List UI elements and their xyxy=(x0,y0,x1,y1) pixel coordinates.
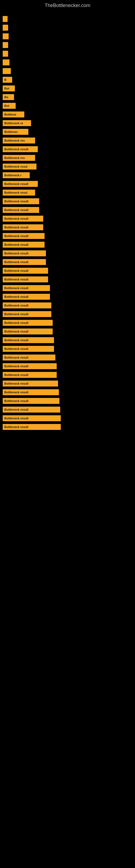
bar-1 xyxy=(3,25,8,31)
bar-row: Bottleneck result xyxy=(3,223,132,231)
bar-row xyxy=(3,41,132,49)
bar-row: Bottleneck result xyxy=(3,406,132,413)
bar-label-26: Bottleneck result xyxy=(4,243,28,246)
bar-25: Bottleneck result xyxy=(3,233,45,239)
bar-row: Bottleneck result xyxy=(3,197,132,205)
bar-label-23: Bottleneck result xyxy=(4,217,28,220)
bar-0 xyxy=(3,16,8,22)
bar-label-14: Bottleneck res xyxy=(4,139,25,142)
bar-row xyxy=(3,59,132,66)
bar-label-18: Bottleneck r xyxy=(4,174,21,177)
bar-row: Bottleneck result xyxy=(3,380,132,388)
bar-row: Bottleneck result xyxy=(3,371,132,379)
bar-row: Bottleneck result xyxy=(3,180,132,188)
bar-row: Bottleneck result xyxy=(3,293,132,301)
bar-label-25: Bottleneck result xyxy=(4,235,28,238)
bar-label-47: Bottleneck result xyxy=(4,425,28,429)
bar-row: Bottleneck result xyxy=(3,258,132,266)
bar-row: Bottleneck result xyxy=(3,423,132,431)
bar-47: Bottleneck result xyxy=(3,424,61,430)
bar-34: Bottleneck result xyxy=(3,311,51,317)
bar-46: Bottleneck result xyxy=(3,415,61,421)
bar-label-8: Bot xyxy=(4,87,9,90)
bar-label-35: Bottleneck result xyxy=(4,321,28,324)
bar-label-45: Bottleneck result xyxy=(4,408,28,411)
bar-28: Bottleneck result xyxy=(3,259,46,265)
bar-row: Bottleneck result xyxy=(3,206,132,214)
bar-label-20: Bottleneck resul xyxy=(4,191,28,194)
bar-label-12: Bottleneck re xyxy=(4,122,23,125)
bar-6 xyxy=(3,68,11,74)
bar-label-13: Bottlenec xyxy=(4,130,18,133)
bar-27: Bottleneck result xyxy=(3,250,46,256)
bar-5 xyxy=(3,59,9,65)
bar-24: Bottleneck result xyxy=(3,224,43,230)
bar-row: Bottleneck re xyxy=(3,119,132,127)
bar-row: Bottleneck res xyxy=(3,154,132,162)
bar-label-32: Bottleneck result xyxy=(4,295,28,299)
bar-17: Bottleneck resul xyxy=(3,163,37,169)
bar-21: Bottleneck result xyxy=(3,198,39,204)
bar-row: Bottleneck result xyxy=(3,145,132,153)
bar-row: Bottleneck result xyxy=(3,241,132,248)
bar-row: Bottleneck result xyxy=(3,389,132,396)
bar-33: Bottleneck result xyxy=(3,303,51,308)
bar-label-33: Bottleneck result xyxy=(4,304,28,307)
bar-label-11: Bottlene xyxy=(4,113,16,116)
bar-19: Bottleneck result xyxy=(3,181,38,187)
bar-label-36: Bottleneck result xyxy=(4,330,28,333)
bar-20: Bottleneck resul xyxy=(3,190,35,195)
bar-row: Bottleneck result xyxy=(3,215,132,222)
bar-label-34: Bottleneck result xyxy=(4,312,28,316)
bar-29: Bottleneck result xyxy=(3,268,48,274)
bar-22: Bottleneck result xyxy=(3,207,39,213)
bar-row: Bottleneck result xyxy=(3,336,132,344)
bar-row: Bottleneck result xyxy=(3,362,132,370)
bar-14: Bottleneck res xyxy=(3,137,35,144)
bar-row: Bottleneck result xyxy=(3,397,132,405)
site-title: TheBottlenecker.com xyxy=(0,0,135,10)
bar-2 xyxy=(3,33,9,39)
bar-4 xyxy=(3,51,8,57)
bar-label-24: Bottleneck result xyxy=(4,226,28,229)
bar-row xyxy=(3,24,132,31)
bar-32: Bottleneck result xyxy=(3,294,50,300)
bar-40: Bottleneck result xyxy=(3,363,57,369)
bar-row: Bottlene xyxy=(3,111,132,118)
bar-3 xyxy=(3,42,8,48)
bar-label-29: Bottleneck result xyxy=(4,269,28,272)
bar-10: Bot xyxy=(3,103,16,109)
bar-row: Bottleneck result xyxy=(3,328,132,335)
bar-30: Bottleneck result xyxy=(3,276,48,282)
bar-row: Bottleneck result xyxy=(3,414,132,422)
bar-8: Bot xyxy=(3,86,15,91)
bar-44: Bottleneck result xyxy=(3,398,59,404)
bar-row: Bottleneck resul xyxy=(3,189,132,196)
bar-26: Bottleneck result xyxy=(3,242,45,248)
bar-row: Bottlenec xyxy=(3,128,132,135)
bar-31: Bottleneck result xyxy=(3,285,50,291)
bar-18: Bottleneck r xyxy=(3,172,30,178)
bar-row: Bottleneck result xyxy=(3,354,132,361)
bar-row: Bottleneck result xyxy=(3,319,132,327)
bar-label-38: Bottleneck result xyxy=(4,347,28,350)
bar-label-40: Bottleneck result xyxy=(4,365,28,368)
bar-label-43: Bottleneck result xyxy=(4,391,28,394)
bar-label-44: Bottleneck result xyxy=(4,399,28,403)
bar-label-7: B xyxy=(4,78,6,82)
bar-row: Bottleneck result xyxy=(3,302,132,309)
bar-label-10: Bot xyxy=(4,104,9,107)
bar-label-28: Bottleneck result xyxy=(4,260,28,264)
bar-row: Bottleneck resul xyxy=(3,163,132,170)
bar-43: Bottleneck result xyxy=(3,389,59,395)
bar-38: Bottleneck result xyxy=(3,346,54,352)
bar-11: Bottlene xyxy=(3,112,24,118)
bar-42: Bottleneck result xyxy=(3,380,58,386)
bar-35: Bottleneck result xyxy=(3,320,53,326)
bar-row: Bottleneck result xyxy=(3,310,132,318)
bar-row: Bottleneck res xyxy=(3,137,132,144)
bar-label-37: Bottleneck result xyxy=(4,339,28,342)
bar-row: Bottleneck result xyxy=(3,276,132,283)
bar-row xyxy=(3,50,132,58)
bar-7: B xyxy=(3,77,12,83)
